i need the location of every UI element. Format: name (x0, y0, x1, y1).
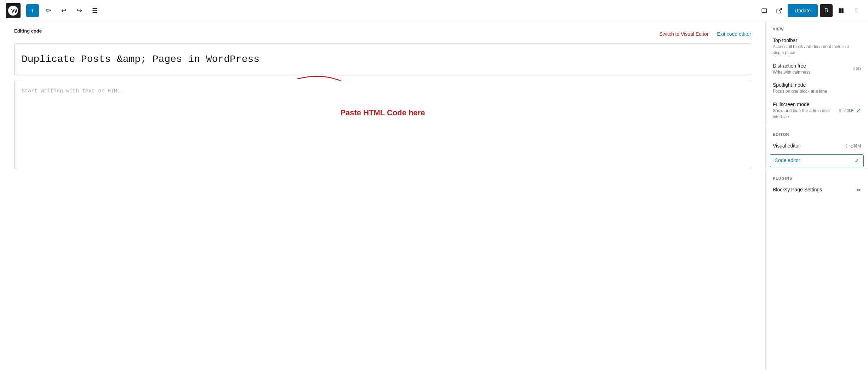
sidebar-item-distraction-free[interactable]: Distraction free Write with calmness ⇧⌘\ (766, 59, 868, 79)
sidebar-item-spotlight-mode[interactable]: Spotlight mode Focus on one block at a t… (766, 79, 868, 98)
visual-editor-title: Visual editor (773, 143, 800, 149)
post-title: Duplicate Posts &amp; Pages in WordPress (22, 54, 259, 65)
blocksy-title: Blocksy Page Settings (773, 187, 822, 192)
editor-area: Editing code Switch to Visual Editor Exi… (0, 21, 765, 370)
visual-editor-shortcut: ⇧⌥⌘M (845, 144, 861, 149)
code-editor-left: Code editor (775, 157, 800, 164)
wp-logo (6, 3, 21, 18)
editor-section-title: EDITOR (766, 127, 868, 139)
add-block-button[interactable]: ＋ (26, 4, 39, 17)
spotlight-mode-desc: Focus on one block at a time (773, 88, 861, 94)
svg-rect-1 (839, 8, 841, 13)
preview-button[interactable] (758, 4, 771, 17)
details-button[interactable]: ☰ (88, 4, 101, 17)
fullscreen-checkmark: ✓ (856, 107, 861, 114)
tools-button[interactable]: ✏ (42, 4, 55, 17)
code-editor-title: Code editor (775, 157, 800, 163)
ellipsis-icon: ⋮ (853, 7, 859, 14)
code-editor-header: Editing code Switch to Visual Editor Exi… (14, 28, 751, 39)
fullscreen-mode-title: Fullscreen mode (773, 102, 838, 107)
pencil-icon: ✏ (46, 7, 51, 15)
switch-to-visual-editor-link[interactable]: Switch to Visual Editor (659, 31, 708, 37)
more-options-button[interactable]: ⋮ (850, 4, 862, 17)
update-button[interactable]: Update (788, 4, 818, 17)
sidebar-divider-1 (766, 125, 868, 125)
main-area: Editing code Switch to Visual Editor Exi… (0, 21, 868, 370)
distraction-free-shortcut: ⇧⌘\ (852, 67, 861, 71)
sidebar-item-top-toolbar[interactable]: Top toolbar Access all block and documen… (766, 34, 868, 59)
user-icon: B (824, 7, 828, 14)
svg-rect-0 (762, 8, 767, 12)
blocksy-pencil-icon: ✏ (857, 187, 861, 193)
fullscreen-right: ⇧⌥⌘F ✓ (838, 107, 861, 114)
visual-editor-left: Visual editor (773, 143, 800, 149)
editor-header-right: Switch to Visual Editor Exit code editor (659, 31, 751, 37)
fullscreen-shortcut: ⇧⌥⌘F (838, 108, 853, 113)
editing-code-label: Editing code (14, 28, 42, 34)
svg-rect-2 (841, 8, 844, 13)
sidebar: VIEW Top toolbar Access all block and do… (765, 21, 868, 370)
sidebar-item-visual-editor[interactable]: Visual editor ⇧⌥⌘M (766, 139, 868, 153)
plus-icon: ＋ (29, 6, 36, 15)
paste-html-label: Paste HTML Code here (22, 108, 744, 117)
sidebar-divider-2 (766, 169, 868, 169)
redo-icon: ↪ (77, 7, 82, 15)
sidebar-item-top-toolbar-title: Top toolbar (773, 37, 861, 43)
sidebar-item-top-toolbar-desc: Access all block and document tools in a… (773, 44, 861, 56)
code-title-box[interactable]: Duplicate Posts &amp; Pages in WordPress (14, 44, 751, 75)
view-section-title: VIEW (766, 21, 868, 34)
settings-panel-button[interactable] (835, 4, 847, 17)
sidebar-item-fullscreen-mode[interactable]: Fullscreen mode Show and hide the admin … (766, 98, 868, 123)
blocksy-left: Blocksy Page Settings (773, 187, 822, 193)
undo-button[interactable]: ↩ (57, 4, 70, 17)
distraction-free-desc: Write with calmness (773, 69, 810, 75)
top-toolbar: ＋ ✏ ↩ ↪ ☰ Update B (0, 0, 868, 21)
sidebar-item-code-editor[interactable]: Code editor ✓ (770, 154, 864, 167)
code-editor-checkmark: ✓ (855, 157, 859, 164)
fullscreen-mode-left: Fullscreen mode Show and hide the admin … (773, 102, 838, 120)
sidebar-item-blocksy-page-settings[interactable]: Blocksy Page Settings ✏ (766, 183, 868, 197)
spotlight-mode-title: Spotlight mode (773, 82, 861, 88)
fullscreen-mode-desc: Show and hide the admin user interface (773, 108, 838, 120)
view-button[interactable] (773, 4, 786, 17)
user-avatar[interactable]: B (820, 4, 833, 17)
exit-code-editor-link[interactable]: Exit code editor (717, 31, 752, 37)
undo-icon: ↩ (61, 7, 67, 15)
placeholder-text: Start writing with text or HTML (22, 88, 744, 94)
plugins-section-title: PLUGINS (766, 170, 868, 183)
distraction-free-left: Distraction free Write with calmness (773, 63, 810, 75)
list-icon: ☰ (92, 7, 98, 15)
toolbar-right-btns: Update B ⋮ (758, 4, 862, 17)
code-content-box[interactable]: Start writing with text or HTML Paste HT… (14, 81, 751, 169)
redo-button[interactable]: ↪ (73, 4, 86, 17)
distraction-free-title: Distraction free (773, 63, 810, 69)
